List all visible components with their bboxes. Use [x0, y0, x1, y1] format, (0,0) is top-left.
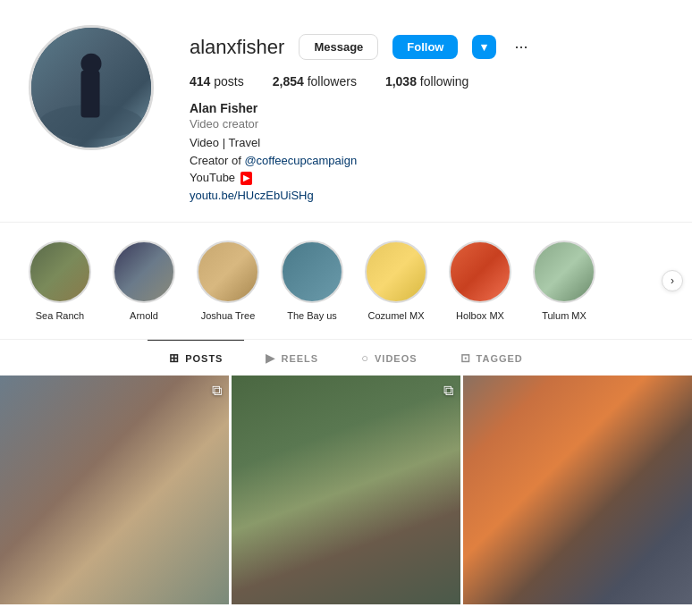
tab-reels[interactable]: ▶REELS — [244, 340, 340, 376]
profile-info: alanxfisher Message Follow ▾ ··· 414 pos… — [190, 25, 663, 204]
more-options-button[interactable]: ··· — [511, 34, 531, 60]
profile-url-link[interactable]: youtu.be/HUczEbUiSHg — [190, 189, 314, 202]
highlight-circle-arnold — [113, 240, 175, 303]
highlights-chevron-right[interactable]: › — [662, 270, 683, 291]
highlight-label-holbox: Holbox MX — [456, 310, 504, 321]
coffeecup-link[interactable]: @coffeecupcampaign — [244, 154, 357, 167]
avatar — [29, 25, 154, 150]
highlight-circle-tulum — [533, 240, 595, 303]
profile-top-row: alanxfisher Message Follow ▾ ··· — [190, 34, 663, 60]
highlight-item-arnold[interactable]: Arnold — [113, 240, 175, 321]
highlight-item-the-bay-us[interactable]: The Bay us — [281, 240, 343, 321]
following-stat[interactable]: 1,038 following — [385, 74, 468, 89]
highlight-label-the-bay-us: The Bay us — [287, 310, 337, 321]
tab-tagged[interactable]: ⊡TAGGED — [439, 340, 544, 376]
highlights-section: Sea RanchArnoldJoshua TreeThe Bay usCozu… — [0, 222, 692, 339]
svg-point-3 — [81, 54, 102, 74]
posts-tab-icon: ⊞ — [169, 351, 180, 365]
multi-post-icon-post-2: ⧉ — [443, 383, 453, 399]
multi-post-icon-post-1: ⧉ — [212, 383, 222, 399]
message-button[interactable]: Message — [299, 34, 378, 60]
highlight-item-holbox[interactable]: Holbox MX — [449, 240, 511, 321]
tab-videos[interactable]: ○VIDEOS — [340, 340, 438, 376]
grid-section: ⧉⧉ — [0, 376, 692, 604]
stats-row: 414 posts 2,854 followers 1,038 followin… — [190, 74, 663, 89]
tagged-tab-icon: ⊡ — [460, 351, 471, 365]
posts-stat[interactable]: 414 posts — [190, 74, 244, 89]
follow-dropdown-button[interactable]: ▾ — [472, 35, 496, 59]
highlight-label-arnold: Arnold — [130, 310, 158, 321]
grid-post-post-1[interactable]: ⧉ — [0, 376, 229, 604]
highlight-item-cozumel[interactable]: Cozumel MX — [365, 240, 427, 321]
profile-name: Alan Fisher — [190, 101, 663, 115]
posts-tab-label: POSTS — [185, 353, 223, 364]
highlight-circle-holbox — [449, 240, 511, 303]
tagged-tab-label: TAGGED — [477, 353, 523, 364]
highlight-circle-joshua-tree — [197, 240, 259, 303]
avatar-container — [29, 25, 154, 150]
profile-section: alanxfisher Message Follow ▾ ··· 414 pos… — [0, 0, 692, 222]
videos-tab-label: VIDEOS — [375, 353, 418, 364]
profile-category: Video creator — [190, 117, 663, 131]
highlight-item-sea-ranch[interactable]: Sea Ranch — [29, 240, 91, 321]
highlight-item-joshua-tree[interactable]: Joshua Tree — [197, 240, 259, 321]
highlight-label-joshua-tree: Joshua Tree — [201, 310, 256, 321]
tabs-section: ⊞POSTS▶REELS○VIDEOS⊡TAGGED — [0, 339, 692, 376]
videos-tab-icon: ○ — [361, 351, 369, 365]
grid-post-post-2[interactable]: ⧉ — [232, 376, 460, 604]
highlight-label-sea-ranch: Sea Ranch — [36, 310, 84, 321]
reels-tab-icon: ▶ — [266, 351, 275, 365]
tab-posts[interactable]: ⊞POSTS — [148, 340, 244, 376]
highlight-label-cozumel: Cozumel MX — [368, 310, 425, 321]
highlight-circle-cozumel — [365, 240, 427, 303]
profile-bio-link: youtu.be/HUczEbUiSHg — [190, 187, 663, 205]
grid-post-post-3[interactable] — [463, 376, 692, 604]
svg-rect-2 — [81, 71, 100, 118]
highlight-circle-the-bay-us — [281, 240, 343, 303]
profile-bio-line1: Video | Travel — [190, 134, 663, 152]
highlight-label-tulum: Tulum MX — [542, 310, 587, 321]
profile-bio-line2: Creator of @coffeecupcampaign — [190, 152, 663, 170]
username: alanxfisher — [190, 36, 284, 59]
follow-button[interactable]: Follow — [392, 35, 458, 59]
highlight-circle-sea-ranch — [29, 240, 91, 303]
profile-bio-line3: YouTube ▶ — [190, 169, 663, 187]
reels-tab-label: REELS — [281, 353, 318, 364]
highlight-item-tulum[interactable]: Tulum MX — [533, 240, 595, 321]
followers-stat[interactable]: 2,854 followers — [273, 74, 357, 89]
youtube-badge: ▶ — [241, 172, 252, 186]
